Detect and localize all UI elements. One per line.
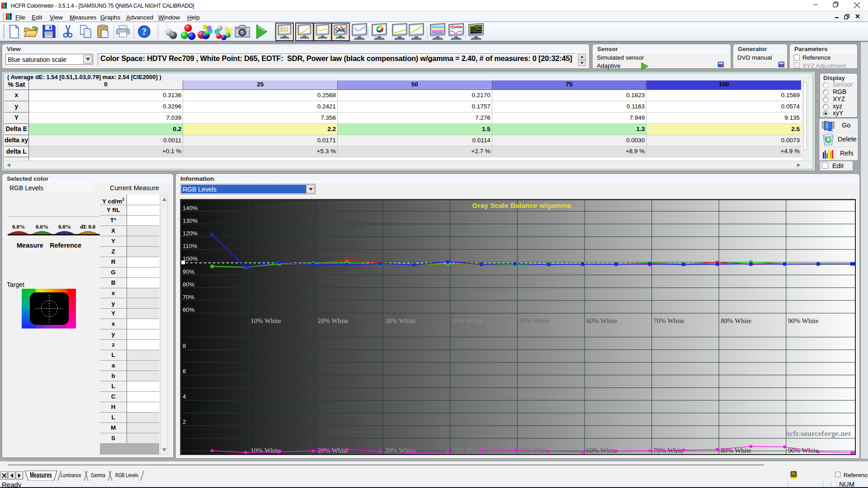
svg-text:80%: 80% xyxy=(183,281,194,288)
svg-text:70%: 70% xyxy=(183,294,194,300)
svg-text:Gamma: Gamma xyxy=(91,472,105,479)
svg-text:60% White: 60% White xyxy=(586,447,617,454)
svg-text:80% White: 80% White xyxy=(721,317,751,324)
svg-text:90% White: 90% White xyxy=(788,317,819,324)
svg-text:6: 6 xyxy=(183,368,186,375)
svg-text:70% White: 70% White xyxy=(654,317,684,324)
svg-text:2: 2 xyxy=(183,418,186,425)
svg-text:4: 4 xyxy=(183,393,186,400)
svg-text:90%: 90% xyxy=(183,268,194,275)
svg-text:?: ? xyxy=(142,27,146,37)
svg-text:30% White: 30% White xyxy=(385,317,415,324)
svg-text:130%: 130% xyxy=(183,217,198,224)
svg-text:60%: 60% xyxy=(183,306,194,313)
svg-text:60% White: 60% White xyxy=(586,317,617,324)
svg-text:40% White: 40% White xyxy=(452,317,483,324)
svg-text:8: 8 xyxy=(183,343,186,349)
svg-text:30% White: 30% White xyxy=(385,447,415,454)
svg-text:10% White: 10% White xyxy=(250,317,281,324)
svg-text:hcfr.sourceforge.net: hcfr.sourceforge.net xyxy=(786,429,851,438)
svg-text:120%: 120% xyxy=(183,230,198,237)
svg-text:50% White: 50% White xyxy=(519,447,550,454)
svg-text:140%: 140% xyxy=(183,205,198,211)
svg-text:Measures: Measures xyxy=(30,471,52,479)
svg-text:Luminance: Luminance xyxy=(61,472,81,479)
svg-text:100%: 100% xyxy=(183,255,198,262)
svg-text:110%: 110% xyxy=(183,243,198,249)
svg-text:Gray Scale Balance w/gamma: Gray Scale Balance w/gamma xyxy=(472,202,571,209)
svg-text:40% White: 40% White xyxy=(452,447,483,454)
svg-text:10% White: 10% White xyxy=(250,447,281,454)
svg-text:RGB Levels: RGB Levels xyxy=(115,472,138,479)
svg-text:50% White: 50% White xyxy=(519,317,550,324)
svg-text:20% White: 20% White xyxy=(318,317,349,324)
